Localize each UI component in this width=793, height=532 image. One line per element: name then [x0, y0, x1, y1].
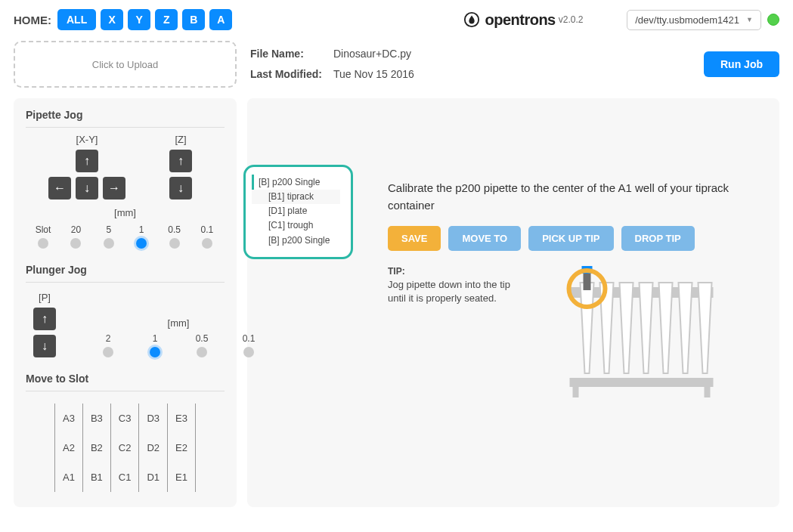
jog-xy-left-button[interactable]: ←: [48, 177, 71, 200]
run-job-button[interactable]: Run Job: [704, 51, 779, 77]
instrument-tree: [B] p200 Single [B1] tiprack [D1] plate …: [243, 165, 353, 259]
slot-a3[interactable]: A3: [55, 404, 83, 433]
calibration-instruction: Calibrate the p200 pipette to the center…: [388, 180, 746, 214]
pipette-jog-title: Pipette Jog: [26, 109, 225, 128]
tree-item-trough[interactable]: [C1] trough: [252, 218, 340, 233]
pipette-step-20[interactable]: [70, 238, 81, 249]
home-label: HOME:: [14, 14, 51, 26]
svg-rect-1: [570, 378, 714, 387]
jog-xy-up-button[interactable]: ↑: [76, 150, 98, 172]
pipette-step-0_5[interactable]: [169, 238, 180, 249]
tree-item-tiprack[interactable]: [B1] tiprack: [252, 190, 340, 204]
pipette-step-slot[interactable]: [38, 238, 48, 249]
file-modified-label: Last Modified:: [250, 64, 333, 85]
svg-rect-3: [705, 387, 711, 397]
plunger-step-1[interactable]: [150, 347, 160, 357]
tree-item-plate[interactable]: [D1] plate: [252, 204, 340, 218]
pstep-1-label: 1: [153, 333, 158, 344]
file-name-value: Dinosaur+DC.py: [333, 44, 485, 64]
pipette-mm-label: [mm]: [26, 207, 225, 218]
home-b-button[interactable]: B: [182, 9, 205, 30]
step-1-label: 1: [139, 224, 144, 235]
tree-root[interactable]: [B] p200 Single: [252, 175, 340, 190]
home-y-button[interactable]: Y: [128, 9, 150, 30]
slot-step-label: Slot: [36, 224, 51, 235]
slot-a2[interactable]: A2: [55, 433, 83, 462]
plunger-jog-title: Plunger Jog: [26, 264, 225, 283]
jog-z-up-button[interactable]: ↑: [169, 150, 192, 172]
slot-grid: A3 B3 C3 D3 E3 A2 B2 C2 D2 E2 A1: [54, 404, 196, 492]
tiprack-illustration: [537, 264, 746, 401]
connection-status-dot: [767, 14, 779, 26]
tip-title: TIP:: [388, 266, 405, 277]
slot-d1[interactable]: D1: [139, 462, 168, 492]
upload-placeholder: Click to Upload: [92, 59, 158, 70]
port-value: /dev/tty.usbmodem1421: [635, 14, 739, 26]
brand-name: opentrons: [485, 11, 555, 29]
svg-rect-2: [573, 387, 579, 397]
step-0_1-label: 0.1: [201, 224, 214, 235]
home-all-button[interactable]: ALL: [57, 9, 96, 30]
slot-c1[interactable]: C1: [110, 462, 139, 492]
pstep-0_5-label: 0.5: [196, 333, 209, 344]
tip-body: Jog pipette down into the tip until it i…: [388, 279, 510, 304]
pipette-step-5[interactable]: [104, 238, 114, 249]
plunger-step-2[interactable]: [103, 347, 113, 357]
jog-p-up-button[interactable]: ↑: [33, 308, 56, 330]
pipette-step-0_1[interactable]: [202, 238, 212, 249]
upload-dropzone[interactable]: Click to Upload: [14, 41, 237, 88]
slot-c3[interactable]: C3: [110, 404, 139, 433]
slot-c2[interactable]: C2: [110, 433, 139, 462]
home-a-button[interactable]: A: [209, 9, 232, 30]
drop-tip-button[interactable]: DROP TIP: [621, 226, 695, 251]
step-20-label: 20: [71, 224, 81, 235]
svg-rect-6: [584, 274, 591, 290]
step-0_5-label: 0.5: [168, 224, 181, 235]
slot-d3[interactable]: D3: [139, 404, 168, 433]
slot-e2[interactable]: E2: [168, 433, 196, 462]
port-select[interactable]: /dev/tty.usbmodem1421: [627, 10, 761, 30]
jog-z-down-button[interactable]: ↓: [169, 177, 192, 200]
slot-e3[interactable]: E3: [168, 404, 196, 433]
slot-b1[interactable]: B1: [82, 462, 110, 492]
droplet-icon: [463, 11, 480, 28]
brand-logo-area: opentrons v2.0.2: [463, 11, 583, 29]
slot-b2[interactable]: B2: [82, 433, 110, 462]
move-to-button[interactable]: MOVE TO: [448, 226, 521, 251]
slot-d2[interactable]: D2: [139, 433, 168, 462]
xy-label: [X-Y]: [76, 134, 98, 145]
jog-p-down-button[interactable]: ↓: [33, 335, 56, 357]
slot-e1[interactable]: E1: [168, 462, 196, 492]
move-to-slot-title: Move to Slot: [26, 373, 225, 391]
step-5-label: 5: [106, 224, 111, 235]
version-label: v2.0.2: [559, 14, 584, 25]
pipette-step-1[interactable]: [136, 238, 147, 249]
save-button[interactable]: SAVE: [388, 226, 441, 251]
plunger-mm-label: [mm]: [168, 317, 190, 329]
pick-up-tip-button[interactable]: PICK UP TIP: [528, 226, 613, 251]
file-modified-value: Tue Nov 15 2016: [333, 64, 485, 85]
slot-b3[interactable]: B3: [82, 404, 110, 433]
p-label: [P]: [39, 292, 51, 303]
plunger-step-0_5[interactable]: [197, 347, 207, 357]
pstep-2-label: 2: [106, 333, 111, 344]
jog-xy-right-button[interactable]: →: [103, 177, 125, 200]
tree-item-p200[interactable]: [B] p200 Single: [252, 234, 340, 248]
file-name-label: File Name:: [250, 44, 333, 64]
jog-xy-down-button[interactable]: ↓: [76, 177, 98, 200]
home-x-button[interactable]: X: [101, 9, 123, 30]
z-label: [Z]: [175, 134, 186, 145]
slot-a1[interactable]: A1: [55, 462, 83, 492]
home-z-button[interactable]: Z: [155, 9, 178, 30]
